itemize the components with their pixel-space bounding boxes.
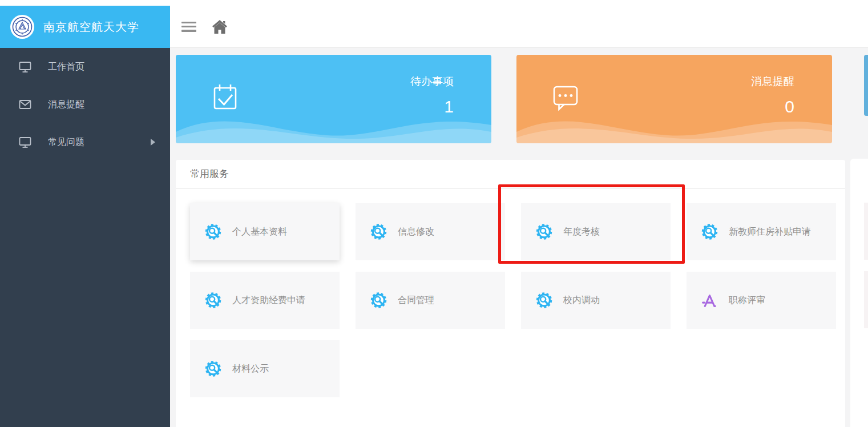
envelope-icon	[18, 98, 32, 111]
monitor-icon	[18, 135, 32, 149]
gear-search-icon	[370, 223, 387, 241]
service-tile-title-review[interactable]: 职称评审	[687, 272, 836, 329]
sidebar-item-label: 消息提醒	[48, 99, 84, 111]
sidebar-item-label: 常见问题	[48, 136, 84, 148]
service-tile-label: 信息修改	[398, 226, 434, 238]
service-tile-housing-subsidy[interactable]: 新教师住房补贴申请	[687, 203, 836, 260]
service-tile-personal-info[interactable]: 个人基本资料	[190, 203, 340, 260]
topbar	[170, 6, 868, 48]
gear-search-icon	[204, 223, 222, 241]
partial-tile	[864, 271, 868, 328]
stat-card-todo[interactable]: 待办事项 1	[176, 55, 491, 143]
wave-decoration	[176, 102, 491, 143]
sidebar-item-label: 工作首页	[48, 61, 84, 73]
service-tile-label: 校内调动	[563, 295, 600, 307]
service-tile-label: 年度考核	[563, 226, 600, 238]
stat-card-title: 消息提醒	[751, 74, 794, 89]
gear-search-icon	[204, 360, 222, 378]
chevron-right-icon	[151, 139, 155, 146]
service-tile-label: 材料公示	[232, 363, 269, 375]
gear-search-icon	[204, 292, 222, 309]
brand-header: 南京航空航天大学	[0, 6, 170, 48]
sidebar-item-messages[interactable]: 消息提醒	[0, 86, 170, 123]
university-name: 南京航空航天大学	[43, 19, 139, 35]
service-tile-label: 个人基本资料	[232, 226, 287, 238]
service-tile-label: 人才资助经费申请	[232, 295, 305, 307]
stat-card-message[interactable]: 消息提醒 0	[516, 55, 832, 143]
service-tile-label: 合同管理	[398, 295, 434, 307]
gear-search-icon	[701, 223, 718, 241]
service-tile-label: 新教师住房补贴申请	[729, 226, 811, 238]
service-tile-talent-funding[interactable]: 人才资助经费申请	[190, 272, 340, 329]
sidebar-item-faq[interactable]: 常见问题	[0, 123, 170, 161]
monitor-icon	[18, 60, 32, 74]
stat-card-title: 待办事项	[410, 74, 454, 89]
home-icon[interactable]	[211, 19, 228, 35]
gear-search-icon	[370, 292, 387, 309]
partial-panel-right	[850, 159, 868, 427]
sidebar-item-work-home[interactable]: 工作首页	[0, 48, 170, 86]
purple-a-icon	[701, 292, 718, 309]
main-content: 待办事项 1 消息提醒 0 常用服务 个人基本资料 信息修改 年度考核 新教	[170, 48, 868, 427]
service-tile-annual-assessment[interactable]: 年度考核	[521, 203, 671, 260]
gear-search-icon	[535, 223, 553, 241]
services-panel: 常用服务 个人基本资料 信息修改 年度考核 新教师住房补贴申请 人才资助经费申请…	[176, 160, 845, 427]
sidebar-nav: 工作首页 消息提醒 常见问题	[0, 48, 170, 427]
university-logo-icon	[10, 15, 34, 39]
app-screen: 南京航空航天大学 工作首页 消息提醒 常见问题 待办事项 1	[0, 0, 868, 427]
stat-card-partial[interactable]	[864, 55, 868, 116]
services-grid: 个人基本资料 信息修改 年度考核 新教师住房补贴申请 人才资助经费申请 合同管理…	[176, 189, 845, 412]
service-tile-label: 职称评审	[729, 295, 765, 307]
hamburger-menu-icon[interactable]	[181, 22, 196, 32]
service-tile-contract-management[interactable]: 合同管理	[356, 272, 505, 329]
partial-tile	[864, 203, 868, 260]
service-tile-info-edit[interactable]: 信息修改	[356, 203, 505, 260]
wave-decoration	[516, 102, 832, 143]
services-panel-title: 常用服务	[176, 160, 845, 189]
gear-search-icon	[535, 292, 553, 309]
service-tile-material-publicity[interactable]: 材料公示	[190, 340, 340, 397]
service-tile-internal-transfer[interactable]: 校内调动	[521, 272, 671, 329]
